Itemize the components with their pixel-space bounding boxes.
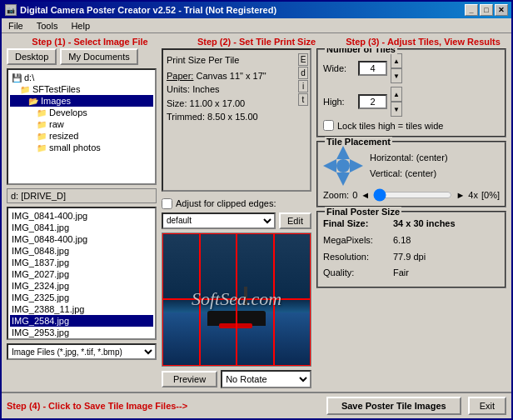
file-selection-panel: Desktop My Documents 💾 d:\ 📁 SFTestFiles… <box>7 48 157 388</box>
trimmed-value: 8.50 x 15.00 <box>207 112 258 122</box>
dpad-down[interactable] <box>336 172 350 186</box>
file-item[interactable]: IMG_0848-400.jpg <box>10 233 153 245</box>
folder-open-icon: 📂 <box>28 97 38 106</box>
file-item[interactable]: IMG_0841.jpg <box>10 222 153 233</box>
bottom-bar: Step (4) - Click to Save Tile Image File… <box>2 392 511 418</box>
file-item-selected[interactable]: IMG_2584.jpg <box>10 315 153 327</box>
tree-item-resized[interactable]: 📁 resized <box>10 130 153 142</box>
zoom-row: Zoom: 0 ◄ ► 4x [0%] <box>323 189 500 201</box>
edit-t-button[interactable]: t <box>298 93 308 106</box>
grid-cell <box>162 233 200 300</box>
high-row: High: ▲ ▼ <box>323 87 500 117</box>
tree-item-images[interactable]: 📂 Images <box>10 95 153 107</box>
app-icon: 📷 <box>5 4 17 16</box>
default-select[interactable]: default <box>162 212 276 229</box>
placement-controls: Horizontal: (center) Vertical: (center) <box>323 146 500 186</box>
zoom-value: 0 <box>352 190 357 200</box>
dpad-left[interactable] <box>323 159 336 172</box>
megapixels-row: MegaPixels: 6.18 <box>323 232 500 249</box>
menu-file[interactable]: File <box>5 20 27 32</box>
tree-item-raw[interactable]: 📁 raw <box>10 118 153 130</box>
preview-button[interactable]: Preview <box>162 371 217 388</box>
file-item[interactable]: IMG_0848.jpg <box>10 245 153 257</box>
step3-header: Step (3) - Adjust Tiles, View Results <box>340 37 506 47</box>
edit-e-button[interactable]: E <box>298 53 308 66</box>
title-bar: 📷 Digital Camera Poster Creator v2.52 - … <box>2 2 511 18</box>
zoom-max: 4x <box>468 190 478 200</box>
file-item[interactable]: IMG_2027.jpg <box>10 268 153 280</box>
lock-checkbox[interactable] <box>323 120 334 131</box>
adjust-checkbox[interactable] <box>162 198 172 209</box>
file-item[interactable]: IMG_2325.jpg <box>10 292 153 303</box>
units-value: Inches <box>192 84 219 94</box>
results-panel: Number of Tiles Wide: ▲ ▼ High: ▲ ▼ <box>316 48 506 388</box>
grid-cell <box>200 233 237 300</box>
tree-item-develops[interactable]: 📁 Develops <box>10 107 153 118</box>
final-size-row: Final Size: 34 x 30 inches <box>323 216 500 232</box>
wide-spin-up[interactable]: ▲ <box>391 53 402 68</box>
folder-label-resized: resized <box>49 131 78 141</box>
final-info: Final Size: 34 x 30 inches MegaPixels: 6… <box>323 216 500 282</box>
print-size-info: Print Size Per Tile Paper: Canvas 11" x … <box>167 53 306 124</box>
adjust-checkbox-row: Adjust for clipped edges: <box>162 198 311 209</box>
file-filter-select[interactable]: Image Files (*.jpg, *.tif, *.bmp) <box>7 343 157 360</box>
high-spin-down[interactable]: ▼ <box>391 102 402 117</box>
size-label: Size: <box>167 98 187 108</box>
file-item[interactable]: IMG_2953.jpg <box>10 327 153 338</box>
edit-button[interactable]: Edit <box>279 212 311 229</box>
wide-input[interactable] <box>358 61 387 76</box>
step1-header: Step (1) - Select Image File <box>7 37 173 47</box>
wide-label: Wide: <box>323 63 355 73</box>
trimmed-row: Trimmed: 8.50 x 15.00 <box>167 110 306 124</box>
file-item[interactable]: IMG_2388_11.jpg <box>10 303 153 315</box>
minimize-button[interactable]: _ <box>465 4 478 16</box>
file-item[interactable]: IMG_1837.jpg <box>10 257 153 268</box>
size-value: 11.00 x 17.00 <box>190 98 246 108</box>
close-button[interactable]: ✕ <box>495 4 508 16</box>
folder-icon: 📁 <box>20 85 30 94</box>
drive-icon: 💾 <box>12 73 22 82</box>
maximize-button[interactable]: □ <box>480 4 493 16</box>
boat-accent <box>219 323 252 328</box>
default-select-row: default Edit <box>162 212 311 229</box>
final-group-label: Final Poster Size <box>325 207 401 217</box>
high-spin-up[interactable]: ▲ <box>391 87 402 102</box>
tree-item-sftestfiles[interactable]: 📁 SFTestFiles <box>10 83 153 95</box>
main-content: Desktop My Documents 💾 d:\ 📁 SFTestFiles… <box>2 48 511 392</box>
dpad-center[interactable] <box>336 159 350 172</box>
dpad <box>323 146 363 186</box>
high-input[interactable] <box>358 94 387 109</box>
file-item[interactable]: IMG_0841-400.jpg <box>10 210 153 222</box>
folder-icon: 📁 <box>37 143 47 152</box>
menu-tools[interactable]: Tools <box>33 20 62 32</box>
edit-i-button[interactable]: i <box>298 80 308 92</box>
menu-bar: File Tools Help <box>2 18 511 33</box>
print-size-box: Print Size Per Tile Paper: Canvas 11" x … <box>162 48 311 192</box>
dpad-right[interactable] <box>350 159 363 172</box>
save-button[interactable]: Save Poster Tile Images <box>326 397 461 415</box>
units-row: Units: Inches <box>167 82 306 97</box>
boat-scene <box>162 233 311 367</box>
zoom-slider[interactable] <box>373 189 452 201</box>
tree-item-small-photos[interactable]: 📁 small photos <box>10 142 153 153</box>
directory-tree[interactable]: 💾 d:\ 📁 SFTestFiles 📂 Images 📁 Develops … <box>7 68 157 185</box>
file-item[interactable]: IMG_2324.jpg <box>10 280 153 292</box>
tree-item-drive[interactable]: 💾 d:\ <box>10 72 153 83</box>
vertical-label: Vertical: <box>370 168 402 178</box>
placement-group-box: Tile Placement Horizontal: (center) <box>316 141 506 208</box>
horizontal-row: Horizontal: (center) <box>370 150 448 166</box>
desktop-button[interactable]: Desktop <box>7 48 57 65</box>
folder-icon: 📁 <box>37 108 47 118</box>
rotate-select[interactable]: No Rotate Rotate 90 Rotate 180 Rotate 27… <box>221 370 311 388</box>
my-documents-button[interactable]: My Documents <box>60 48 137 65</box>
exit-button[interactable]: Exit <box>468 397 506 415</box>
file-list[interactable]: IMG_0841-400.jpg IMG_0841.jpg IMG_0848-4… <box>7 207 157 340</box>
bottom-controls: Preview No Rotate Rotate 90 Rotate 180 R… <box>162 370 311 388</box>
wide-spin-down[interactable]: ▼ <box>391 68 402 83</box>
zoom-right-arrow[interactable]: ► <box>456 190 465 200</box>
edit-d-button[interactable]: d <box>298 67 308 79</box>
dpad-up[interactable] <box>336 146 350 159</box>
zoom-left-arrow[interactable]: ◄ <box>361 190 370 200</box>
drive-label: d:\ <box>24 72 34 82</box>
menu-help[interactable]: Help <box>67 20 93 32</box>
